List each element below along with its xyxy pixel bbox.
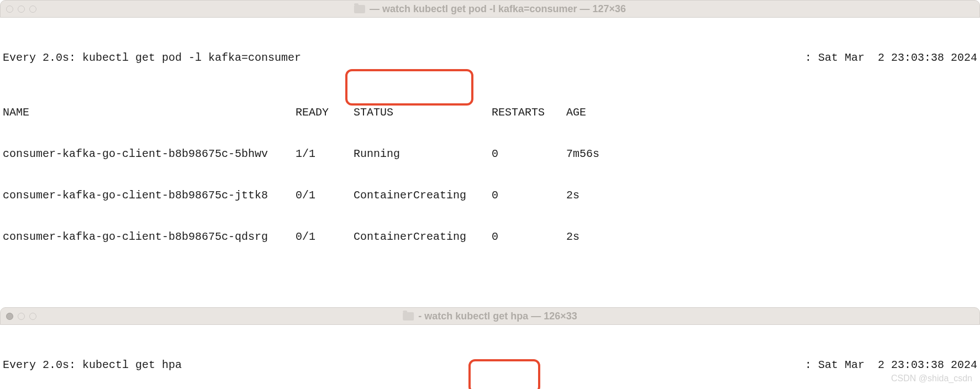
watch-timestamp: : Sat Mar 2 23:03:38 2024 (805, 358, 977, 372)
terminal-window-pods: — watch kubectl get pod -l kafka=consume… (0, 0, 980, 291)
traffic-lights (6, 6, 36, 13)
minimize-button[interactable] (18, 6, 25, 13)
table-header-row: NAMEREADYSTATUSRESTARTSAGE (3, 106, 977, 119)
close-button[interactable] (6, 6, 13, 13)
cell-status: ContainerCreating (354, 230, 492, 244)
cell-restarts: 0 (492, 188, 566, 202)
window-title: - watch kubectl get hpa — 126×33 (403, 311, 577, 322)
highlight-status (345, 69, 473, 106)
title-label: — watch kubectl get pod -l kafka=consume… (370, 3, 626, 15)
col-restarts-header: RESTARTS (492, 106, 566, 119)
cell-status: ContainerCreating (354, 188, 492, 202)
terminal-output[interactable]: Every 2.0s: kubectl get hpa : Sat Mar 2 … (0, 325, 980, 389)
watch-info-line: Every 2.0s: kubectl get pod -l kafka=con… (3, 51, 977, 65)
maximize-button[interactable] (29, 6, 36, 13)
cell-ready: 1/1 (296, 147, 354, 161)
close-button[interactable] (6, 313, 13, 320)
titlebar[interactable]: - watch kubectl get hpa — 126×33 (0, 307, 980, 325)
window-title: — watch kubectl get pod -l kafka=consume… (354, 3, 626, 15)
watermark: CSDN @shida_csdn (891, 374, 972, 383)
titlebar[interactable]: — watch kubectl get pod -l kafka=consume… (0, 0, 980, 18)
cell-ready: 0/1 (296, 230, 354, 244)
traffic-lights (6, 313, 36, 320)
cell-age: 2s (566, 188, 579, 202)
watch-info-line: Every 2.0s: kubectl get hpa : Sat Mar 2 … (3, 358, 977, 372)
title-label: - watch kubectl get hpa — 126×33 (418, 311, 577, 322)
col-ready-header: READY (296, 106, 354, 119)
cell-restarts: 0 (492, 147, 566, 161)
col-status-header: STATUS (354, 106, 492, 119)
cell-age: 2s (566, 230, 579, 244)
cell-name: consumer-kafka-go-client-b8b98675c-qdsrg (3, 230, 296, 244)
watch-timestamp: : Sat Mar 2 23:03:38 2024 (805, 51, 977, 65)
cell-name: consumer-kafka-go-client-b8b98675c-5bhwv (3, 147, 296, 161)
watch-command: Every 2.0s: kubectl get hpa (3, 358, 182, 372)
terminal-window-hpa: - watch kubectl get hpa — 126×33 Every 2… (0, 307, 980, 389)
cell-age: 7m56s (566, 147, 599, 161)
cell-name: consumer-kafka-go-client-b8b98675c-jttk8 (3, 188, 296, 202)
cell-ready: 0/1 (296, 188, 354, 202)
folder-icon (354, 5, 365, 13)
cell-status: Running (354, 147, 492, 161)
folder-icon (403, 312, 414, 320)
terminal-output[interactable]: Every 2.0s: kubectl get pod -l kafka=con… (0, 18, 980, 291)
cell-restarts: 0 (492, 230, 566, 244)
minimize-button[interactable] (18, 313, 25, 320)
maximize-button[interactable] (29, 313, 36, 320)
watch-command: Every 2.0s: kubectl get pod -l kafka=con… (3, 51, 301, 65)
table-row: consumer-kafka-go-client-b8b98675c-5bhwv… (3, 147, 977, 161)
table-row: consumer-kafka-go-client-b8b98675c-qdsrg… (3, 230, 977, 244)
col-name-header: NAME (3, 106, 296, 119)
col-age-header: AGE (566, 106, 586, 119)
table-row: consumer-kafka-go-client-b8b98675c-jttk8… (3, 188, 977, 202)
